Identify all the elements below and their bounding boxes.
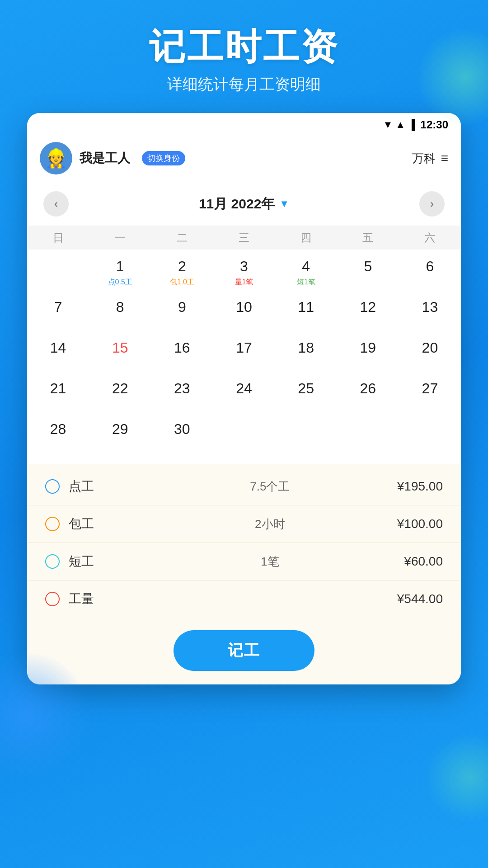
- summary-amount: ¥195.00: [371, 479, 443, 494]
- calendar-day[interactable]: 20: [399, 335, 461, 375]
- calendar-day[interactable]: 1点0.5工: [89, 253, 151, 294]
- prev-month-button[interactable]: ‹: [43, 191, 69, 217]
- calendar-day[interactable]: 11: [275, 294, 337, 335]
- day-number: 1: [116, 258, 124, 275]
- decorative-blob-right: [425, 732, 488, 823]
- day-number: 0: [364, 420, 372, 438]
- calendar-day[interactable]: 27: [399, 375, 461, 416]
- avatar: 👷: [40, 142, 72, 175]
- calendar-nav: ‹ 11月 2022年 ▼ ›: [27, 182, 461, 226]
- calendar-day[interactable]: 14: [27, 335, 89, 375]
- summary-label: 包工: [69, 515, 169, 533]
- day-tag: 点0.5工: [106, 277, 134, 288]
- calendar-day[interactable]: 2包1.0工: [151, 253, 213, 294]
- day-tag: 量1笔: [233, 277, 255, 288]
- day-number: 27: [422, 380, 438, 397]
- calendar-day[interactable]: 25: [275, 375, 337, 416]
- calendar-day[interactable]: 28: [27, 416, 89, 457]
- day-tag: 短1笔: [295, 277, 317, 288]
- battery-icon: ▐: [408, 119, 415, 131]
- calendar-day[interactable]: 8: [89, 294, 151, 335]
- company-section: 万科 ≡: [412, 151, 448, 166]
- day-number: 22: [112, 380, 128, 397]
- day-number: 19: [360, 339, 376, 356]
- weekday-tue: 二: [151, 231, 213, 245]
- day-number: 18: [298, 339, 314, 356]
- day-number: 8: [116, 298, 124, 316]
- calendar-day[interactable]: 6: [399, 253, 461, 294]
- signal-icon: ▲: [395, 119, 405, 131]
- summary-icon: [45, 517, 60, 531]
- day-number: 29: [112, 420, 128, 438]
- calendar-day[interactable]: 7: [27, 294, 89, 335]
- day-number: 14: [50, 339, 66, 356]
- calendar-day[interactable]: 19: [337, 335, 399, 375]
- calendar-day[interactable]: 18: [275, 335, 337, 375]
- summary-icon: [45, 479, 60, 494]
- day-number: 11: [298, 298, 314, 316]
- summary-label: 短工: [69, 553, 169, 570]
- day-number: 26: [360, 380, 376, 397]
- day-number: 6: [426, 258, 434, 275]
- day-number: 25: [298, 380, 314, 397]
- chevron-right-icon: ›: [430, 198, 434, 210]
- month-year-label: 11月 2022年: [199, 195, 275, 213]
- calendar-day[interactable]: 12: [337, 294, 399, 335]
- calendar-day[interactable]: 17: [213, 335, 275, 375]
- status-icons: ▼ ▲ ▐: [383, 119, 415, 131]
- calendar-day[interactable]: 16: [151, 335, 213, 375]
- day-number: 21: [50, 380, 66, 397]
- calendar-day[interactable]: 13: [399, 294, 461, 335]
- calendar-day[interactable]: 24: [213, 375, 275, 416]
- app-subtitle: 详细统计每月工资明细: [0, 74, 488, 95]
- day-tag: 包1.0工: [168, 277, 196, 288]
- calendar-day[interactable]: 22: [89, 375, 151, 416]
- next-month-button[interactable]: ›: [419, 191, 445, 217]
- menu-icon[interactable]: ≡: [441, 151, 448, 165]
- weekdays-header: 日 一 二 三 四 五 六: [27, 226, 461, 250]
- phone-card: ▼ ▲ ▐ 12:30 👷 我是工人 切换身份 万科 ≡ ‹ 11月 2022年…: [27, 113, 461, 684]
- calendar-day[interactable]: 15: [89, 335, 151, 375]
- summary-amount: ¥100.00: [371, 517, 443, 531]
- day-number: 3: [240, 258, 248, 275]
- calendar-day[interactable]: 30: [151, 416, 213, 457]
- calendar-grid: 01点0.5工2包1.0工3量1笔4短1笔5678910111213141516…: [27, 250, 461, 464]
- day-number: 0: [302, 420, 310, 438]
- summary-row[interactable]: 工量¥544.00: [27, 580, 461, 618]
- record-button[interactable]: 记工: [174, 630, 314, 671]
- user-info: 👷 我是工人 切换身份: [40, 142, 185, 175]
- calendar-day: 0: [27, 253, 89, 294]
- calendar-day[interactable]: 4短1笔: [275, 253, 337, 294]
- summary-amount: ¥544.00: [371, 592, 443, 606]
- day-number: 10: [236, 298, 252, 316]
- summary-count: 2小时: [169, 516, 371, 532]
- day-number: 16: [174, 339, 190, 356]
- calendar-day[interactable]: 9: [151, 294, 213, 335]
- summary-section: 点工7.5个工¥195.00包工2小时¥100.00短工1笔¥60.00工量¥5…: [27, 464, 461, 621]
- day-number: 23: [174, 380, 190, 397]
- calendar-day: 0: [275, 416, 337, 457]
- day-number: 0: [240, 420, 248, 438]
- calendar-day: 0: [213, 416, 275, 457]
- calendar-day: 0: [337, 416, 399, 457]
- calendar-day[interactable]: 21: [27, 375, 89, 416]
- header-section: 记工时工资 详细统计每月工资明细: [0, 0, 488, 113]
- summary-row[interactable]: 点工7.5个工¥195.00: [27, 468, 461, 505]
- day-number: 30: [174, 420, 190, 438]
- summary-icon: [45, 554, 60, 569]
- calendar-day[interactable]: 26: [337, 375, 399, 416]
- summary-row[interactable]: 短工1笔¥60.00: [27, 543, 461, 580]
- summary-row[interactable]: 包工2小时¥100.00: [27, 505, 461, 543]
- calendar-day[interactable]: 23: [151, 375, 213, 416]
- wifi-icon: ▼: [383, 119, 393, 131]
- calendar-day[interactable]: 3量1笔: [213, 253, 275, 294]
- calendar-day[interactable]: 29: [89, 416, 151, 457]
- calendar-day: 0: [399, 416, 461, 457]
- switch-identity-button[interactable]: 切换身份: [142, 151, 185, 165]
- month-year-display[interactable]: 11月 2022年 ▼: [199, 195, 289, 213]
- calendar-day[interactable]: 5: [337, 253, 399, 294]
- day-number: 0: [426, 420, 434, 438]
- calendar-day[interactable]: 10: [213, 294, 275, 335]
- day-number: 20: [422, 339, 438, 356]
- day-number: 7: [54, 298, 62, 316]
